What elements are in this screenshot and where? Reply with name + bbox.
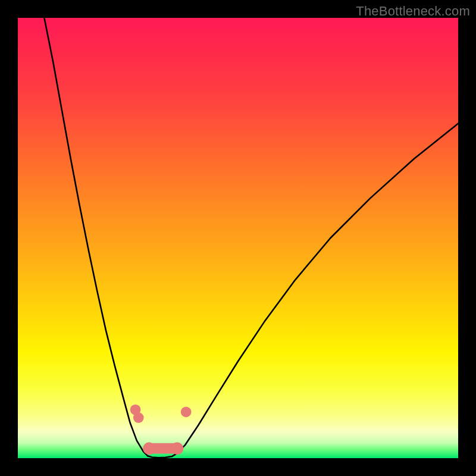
series-right-branch <box>176 124 458 454</box>
left-dot-lower <box>133 412 144 423</box>
curve-layer <box>44 18 458 458</box>
right-dot-upper <box>181 406 192 417</box>
curve-svg <box>18 18 458 458</box>
floor-cap-right <box>171 442 184 455</box>
watermark-text: TheBottleneck.com <box>356 4 470 19</box>
chart-frame: TheBottleneck.com <box>0 0 476 476</box>
marker-layer <box>130 405 192 455</box>
plot-area <box>18 18 458 458</box>
series-left-branch <box>44 18 148 456</box>
series-valley-floor <box>148 454 176 458</box>
floor-cap-left <box>143 442 155 455</box>
